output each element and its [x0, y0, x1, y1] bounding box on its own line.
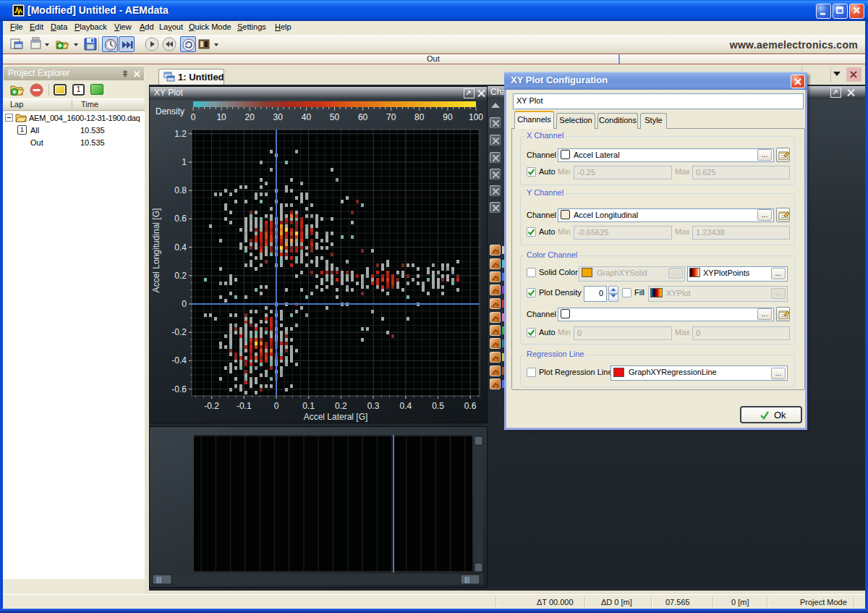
svg-text:0: 0	[274, 401, 279, 411]
svg-text:0: 0	[191, 112, 196, 122]
svg-text:0.8: 0.8	[174, 185, 187, 195]
svg-text:-0.1: -0.1	[237, 401, 252, 411]
svg-text:Accel Lateral [G]: Accel Lateral [G]	[304, 412, 368, 422]
svg-text:1: 1	[182, 157, 187, 167]
svg-text:0: 0	[182, 299, 187, 309]
svg-text:1.2: 1.2	[174, 129, 187, 139]
svg-text:20: 20	[245, 112, 255, 122]
svg-text:0.2: 0.2	[174, 271, 187, 281]
svg-text:0.3: 0.3	[367, 401, 380, 411]
svg-text:30: 30	[273, 112, 284, 122]
svg-text:90: 90	[443, 112, 453, 122]
svg-text:80: 80	[414, 112, 425, 122]
svg-text:-0.4: -0.4	[171, 355, 187, 365]
svg-text:40: 40	[302, 112, 312, 122]
svg-text:70: 70	[386, 112, 396, 122]
svg-text:60: 60	[358, 112, 368, 122]
svg-text:50: 50	[330, 112, 340, 122]
svg-text:Accel Longitudinal [G]: Accel Longitudinal [G]	[151, 208, 161, 293]
svg-text:0.6: 0.6	[174, 214, 187, 224]
svg-text:-0.6: -0.6	[171, 384, 187, 394]
svg-text:0.4: 0.4	[399, 401, 412, 411]
svg-text:0.1: 0.1	[302, 401, 315, 411]
svg-text:-0.2: -0.2	[204, 401, 219, 411]
svg-text:0.6: 0.6	[464, 401, 477, 411]
svg-text:10: 10	[216, 112, 226, 122]
svg-text:-0.2: -0.2	[171, 327, 187, 337]
svg-text:|||: |||	[464, 576, 469, 583]
svg-text:Density: Density	[156, 106, 184, 117]
svg-text:0.4: 0.4	[174, 242, 187, 253]
svg-text:0.5: 0.5	[432, 401, 444, 411]
svg-text:|||: |||	[156, 576, 161, 583]
svg-text:0.2: 0.2	[335, 401, 347, 411]
svg-text:100: 100	[469, 112, 483, 122]
